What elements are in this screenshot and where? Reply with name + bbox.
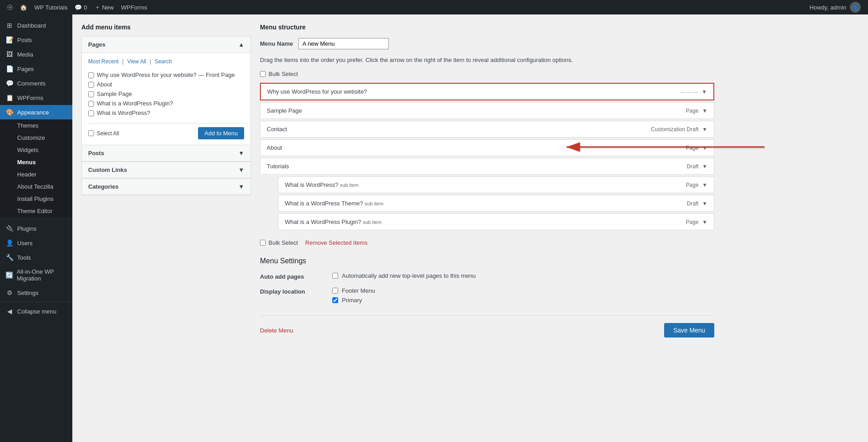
dropdown-arrow-icon[interactable]: ▼ [702, 200, 708, 207]
sidebar-item-install-plugins[interactable]: Install Plugins [0, 193, 72, 205]
custom-links-accordion-header[interactable]: Custom Links ▼ [82, 162, 250, 178]
primary-label[interactable]: Primary [332, 297, 714, 304]
add-to-menu-button[interactable]: Add to Menu [198, 127, 244, 139]
migration-label: All-in-One WP Migration [17, 268, 67, 282]
wpforms-label: WPForms [121, 4, 147, 11]
sub-item-label: sub item [340, 182, 359, 188]
dropdown-arrow-icon[interactable]: ▼ [702, 126, 708, 133]
tab-search[interactable]: Search [155, 58, 172, 65]
sidebar-item-customize[interactable]: Customize [0, 132, 72, 144]
menu-item-title-contact: Contact [267, 126, 287, 133]
page-checkbox-wordpress[interactable] [88, 110, 94, 116]
dropdown-arrow-icon[interactable]: ▼ [702, 89, 707, 95]
custom-links-chevron-icon: ▼ [238, 166, 244, 173]
sidebar-item-themes[interactable]: Themes [0, 119, 72, 132]
home-icon-bar[interactable]: 🏠 [16, 0, 31, 14]
page-checkbox-about[interactable] [88, 82, 94, 88]
top-bulk-select-text: Bulk Select [269, 71, 298, 77]
dropdown-arrow-icon[interactable]: ▼ [702, 182, 708, 188]
menu-item-why-use[interactable]: Why use WordPress for your website? — — … [260, 83, 714, 100]
menu-item-right: Page ▼ [686, 108, 708, 114]
menu-item-right: Customization Draft ▼ [651, 126, 708, 133]
sidebar-item-dashboard[interactable]: ⊞ Dashboard [0, 18, 72, 33]
dropdown-arrow-icon[interactable]: ▼ [702, 163, 708, 170]
posts-icon: 📝 [5, 36, 14, 43]
menu-item-title-tutorials: Tutorials [267, 163, 289, 170]
menu-item-about[interactable]: About Page ▼ [260, 139, 714, 156]
main-content: Add menu items Pages ▲ Most Recent | Vie… [72, 14, 868, 442]
tab-view-all[interactable]: View All [127, 58, 146, 65]
wp-logo[interactable]: W [4, 0, 16, 14]
sidebar-item-appearance[interactable]: 🎨 Appearance [0, 105, 72, 119]
sidebar-item-menus[interactable]: Menus [0, 156, 72, 168]
sidebar-item-collapse[interactable]: ◀ Collapse menu [0, 304, 72, 318]
footer-menu-checkbox[interactable] [332, 288, 338, 294]
display-location-label: Display location [260, 287, 323, 295]
sidebar-item-posts[interactable]: 📝 Posts [0, 33, 72, 47]
footer-menu-label[interactable]: Footer Menu [332, 287, 714, 294]
sidebar-item-widgets[interactable]: Widgets [0, 144, 72, 156]
categories-title: Categories [88, 183, 118, 190]
sidebar-item-tools[interactable]: 🔧 Tools [0, 250, 72, 265]
pages-accordion: Pages ▲ Most Recent | View All | Search [81, 36, 251, 145]
new-bar[interactable]: ＋ New [91, 0, 118, 14]
remove-selected-link[interactable]: Remove Selected Items [305, 239, 368, 246]
auto-add-checkbox-label[interactable]: Automatically add new top-level pages to… [332, 272, 714, 279]
sidebar-item-media[interactable]: 🖼 Media [0, 47, 72, 62]
sidebar-item-comments[interactable]: 💬 Comments [0, 76, 72, 90]
pages-icon: 📄 [5, 65, 14, 72]
add-menu-heading: Add menu items [81, 24, 251, 31]
sidebar-item-all-in-one[interactable]: 🔄 All-in-One WP Migration [0, 265, 72, 285]
categories-accordion-header[interactable]: Categories ▼ [82, 179, 250, 195]
select-all-label[interactable]: Select All [88, 130, 119, 137]
posts-accordion-header[interactable]: Posts ▼ [82, 145, 250, 162]
sidebar-item-about-teczilla[interactable]: About Teczilla [0, 181, 72, 193]
sub-item-label: sub item [365, 201, 384, 206]
page-checkbox-plugin[interactable] [88, 101, 94, 107]
pages-tabs: Most Recent | View All | Search [88, 58, 244, 65]
menu-name-input[interactable] [298, 38, 389, 49]
sub-item-right: Draft ▼ [687, 200, 708, 207]
site-name-bar[interactable]: WP Tutorials [31, 0, 71, 14]
comments-bar[interactable]: 💬 0 [71, 0, 90, 14]
wpforms-bar[interactable]: WPForms [118, 0, 151, 14]
tab-most-recent[interactable]: Most Recent [88, 58, 118, 65]
sidebar-item-wpforms[interactable]: 📋 WPForms [0, 90, 72, 105]
sidebar-item-users[interactable]: 👤 Users [0, 236, 72, 250]
sidebar-item-theme-editor[interactable]: Theme Editor [0, 205, 72, 217]
sidebar-item-plugins[interactable]: 🔌 Plugins [0, 221, 72, 236]
select-all-checkbox[interactable] [88, 130, 94, 136]
menu-item-contact[interactable]: Contact Customization Draft ▼ [260, 121, 714, 138]
save-menu-button[interactable]: Save Menu [664, 323, 714, 337]
top-bulk-select-label[interactable]: Bulk Select [260, 71, 298, 77]
menu-item-tutorials[interactable]: Tutorials Draft ▼ [260, 158, 714, 175]
sub-menu-item-what-wp[interactable]: What is WordPress? sub item Page ▼ [278, 176, 714, 193]
dropdown-arrow-icon[interactable]: ▼ [702, 108, 708, 114]
sub-menu-item-what-theme[interactable]: What is a WordPress Theme? sub item Draf… [278, 195, 714, 212]
pages-title: Pages [88, 41, 105, 48]
bottom-bulk-label[interactable]: Bulk Select [260, 239, 298, 246]
primary-checkbox[interactable] [332, 297, 338, 303]
menu-item-sample-page[interactable]: Sample Page Page ▼ [260, 102, 714, 119]
page-checkbox-sample[interactable] [88, 91, 94, 97]
page-label-why-use: Why use WordPress for your website? — Fr… [97, 71, 235, 78]
sidebar-item-settings[interactable]: ⚙ Settings [0, 285, 72, 300]
pages-accordion-header[interactable]: Pages ▲ [82, 37, 250, 53]
auto-add-checkbox-text: Automatically add new top-level pages to… [342, 272, 476, 279]
tab-separator-2: | [150, 58, 151, 65]
sidebar-item-pages[interactable]: 📄 Pages [0, 62, 72, 76]
dropdown-arrow-icon[interactable]: ▼ [702, 219, 708, 225]
page-checkbox-why-use[interactable] [88, 72, 94, 78]
sidebar-item-header[interactable]: Header [0, 168, 72, 181]
menu-item-left: About [267, 144, 282, 151]
auto-add-checkbox[interactable] [332, 273, 338, 279]
tutorials-subitems: What is WordPress? sub item Page ▼ [278, 176, 714, 230]
delete-menu-link[interactable]: Delete Menu [260, 327, 293, 334]
bottom-bulk-checkbox[interactable] [260, 240, 266, 246]
list-item: What is a WordPress Plugin? [88, 99, 244, 108]
top-bulk-select-checkbox[interactable] [260, 71, 266, 77]
sub-menu-item-what-plugin[interactable]: What is a WordPress Plugin? sub item Pag… [278, 214, 714, 230]
dropdown-arrow-icon[interactable]: ▼ [702, 145, 708, 151]
posts-chevron-icon: ▼ [238, 150, 244, 157]
menu-item-row: Sample Page Page ▼ [260, 102, 714, 119]
